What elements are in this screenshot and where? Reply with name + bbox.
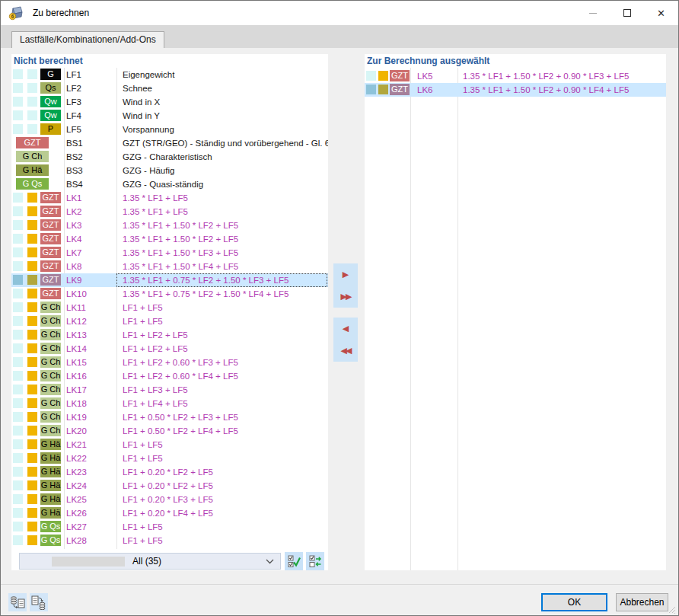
list-item-lk26[interactable]: G HäLK26LF1 + 0.20 * LF4 + LF5 xyxy=(11,506,328,520)
flag-square-cyan[interactable] xyxy=(13,275,23,285)
flag-square-cyan[interactable] xyxy=(13,453,23,463)
flag-square-cyan[interactable] xyxy=(13,467,23,477)
move-left-button[interactable]: ◀ xyxy=(333,318,358,340)
flag-square-yellow[interactable] xyxy=(27,426,37,436)
flag-square-cyan[interactable] xyxy=(13,535,23,545)
export-selection-button[interactable] xyxy=(30,593,48,611)
close-button[interactable]: ✕ xyxy=(644,1,678,25)
flag-square-yellow[interactable] xyxy=(27,193,37,203)
list-item-lk28[interactable]: G QsLK28LF1 + LF5 xyxy=(11,534,328,547)
invert-selection-button[interactable] xyxy=(306,552,324,570)
list-item-lk12[interactable]: G ChLK12LF1 + LF5 xyxy=(11,314,328,328)
flag-square-yellow[interactable] xyxy=(378,85,388,94)
flag-square-cyan[interactable] xyxy=(13,302,23,312)
move-all-right-button[interactable]: ▶▶ xyxy=(333,286,358,308)
flag-square-cyan[interactable] xyxy=(27,110,37,120)
list-item-lk24[interactable]: G HäLK24LF1 + 0.20 * LF2 + LF5 xyxy=(11,479,328,493)
flag-square-yellow[interactable] xyxy=(27,316,37,326)
flag-square-cyan[interactable] xyxy=(13,247,23,257)
flag-square-cyan[interactable] xyxy=(13,261,23,271)
flag-square-cyan[interactable] xyxy=(13,193,23,203)
flag-square-yellow[interactable] xyxy=(27,494,37,504)
list-item-lk10[interactable]: GZTLK101.35 * LF1 + 0.75 * LF2 + 1.50 * … xyxy=(11,287,328,301)
flag-square-cyan[interactable] xyxy=(27,124,37,134)
list-item-bs2[interactable]: G ChBS2GZG - Charakteristisch xyxy=(11,150,328,164)
list-item-lk15[interactable]: G ChLK15LF1 + LF2 + 0.60 * LF3 + LF5 xyxy=(11,356,328,369)
flag-square-cyan[interactable] xyxy=(13,385,23,394)
resize-grip[interactable] xyxy=(668,606,676,614)
list-item-lk27[interactable]: G QsLK27LF1 + LF5 xyxy=(11,520,328,534)
flag-square-yellow[interactable] xyxy=(27,398,37,408)
list-item-lk22[interactable]: G HäLK22LF1 + LF5 xyxy=(11,452,328,465)
flag-square-yellow[interactable] xyxy=(27,453,37,463)
list-item-lk9[interactable]: GZTLK91.35 * LF1 + 0.75 * LF2 + 1.50 * L… xyxy=(11,273,328,287)
flag-square-yellow[interactable] xyxy=(27,234,37,244)
flag-square-yellow[interactable] xyxy=(27,357,37,367)
list-item-lk3[interactable]: GZTLK31.35 * LF1 + 1.50 * LF2 + LF5 xyxy=(11,219,328,232)
list-item-bs4[interactable]: G QsBS4GZG - Quasi-ständig xyxy=(11,177,328,191)
list-item-lk17[interactable]: G ChLK17LF1 + LF3 + LF5 xyxy=(11,383,328,397)
flag-square-yellow[interactable] xyxy=(27,206,37,216)
flag-square-yellow[interactable] xyxy=(27,480,37,490)
cancel-button[interactable]: Abbrechen xyxy=(616,593,668,611)
flag-square-yellow[interactable] xyxy=(27,302,37,312)
flag-square-cyan[interactable] xyxy=(13,220,23,230)
flag-square-yellow[interactable] xyxy=(27,343,37,353)
flag-square-yellow[interactable] xyxy=(27,289,37,298)
move-right-button[interactable]: ▶ xyxy=(333,263,358,286)
flag-square-cyan[interactable] xyxy=(13,206,23,216)
list-item-lk6[interactable]: GZTLK61.35 * LF1 + 1.50 * LF2 + 0.90 * L… xyxy=(365,83,666,97)
flag-square-cyan[interactable] xyxy=(13,289,23,298)
flag-square-cyan[interactable] xyxy=(366,85,376,94)
flag-square-cyan[interactable] xyxy=(13,110,23,120)
list-item-lk14[interactable]: G ChLK14LF1 + LF2 + LF5 xyxy=(11,342,328,356)
flag-square-cyan[interactable] xyxy=(13,330,23,340)
flag-square-cyan[interactable] xyxy=(13,316,23,326)
flag-square-cyan[interactable] xyxy=(27,69,37,79)
list-item-lk5[interactable]: GZTLK51.35 * LF1 + 1.50 * LF2 + 0.90 * L… xyxy=(365,69,666,83)
move-all-left-button[interactable]: ◀◀ xyxy=(333,340,358,362)
flag-square-cyan[interactable] xyxy=(13,371,23,381)
flag-square-cyan[interactable] xyxy=(13,426,23,436)
minimize-button[interactable] xyxy=(575,1,610,25)
flag-square-cyan[interactable] xyxy=(13,343,23,353)
list-item-lk11[interactable]: G ChLK11LF1 + LF5 xyxy=(11,301,328,314)
flag-square-yellow[interactable] xyxy=(27,371,37,381)
flag-square-cyan[interactable] xyxy=(13,124,23,134)
flag-square-yellow[interactable] xyxy=(27,385,37,394)
flag-square-yellow[interactable] xyxy=(27,522,37,531)
flag-square-cyan[interactable] xyxy=(13,69,23,79)
flag-square-cyan[interactable] xyxy=(13,439,23,449)
list-item-lk1[interactable]: GZTLK11.35 * LF1 + LF5 xyxy=(11,191,328,205)
list-item-lk19[interactable]: G ChLK19LF1 + 0.50 * LF2 + LF3 + LF5 xyxy=(11,410,328,424)
list-item-lk23[interactable]: G HäLK23LF1 + 0.20 * LF2 + LF5 xyxy=(11,465,328,479)
flag-square-yellow[interactable] xyxy=(27,508,37,518)
flag-square-cyan[interactable] xyxy=(27,97,37,107)
flag-square-cyan[interactable] xyxy=(13,480,23,490)
flag-square-yellow[interactable] xyxy=(378,71,388,81)
list-item-lk16[interactable]: G ChLK16LF1 + LF2 + 0.60 * LF4 + LF5 xyxy=(11,369,328,383)
list-item-lk7[interactable]: GZTLK71.35 * LF1 + 1.50 * LF3 + LF5 xyxy=(11,246,328,260)
list-item-lk21[interactable]: G HäLK21LF1 + LF5 xyxy=(11,438,328,452)
flag-square-cyan[interactable] xyxy=(13,357,23,367)
tab-lastfaelle-kombinationen-addons[interactable]: Lastfälle/Kombinationen/Add-Ons xyxy=(11,31,164,48)
list-item-lf4[interactable]: QwLF4Wind in Y xyxy=(11,109,328,123)
list-item-lk13[interactable]: G ChLK13LF1 + LF2 + LF5 xyxy=(11,328,328,342)
list-item-lk4[interactable]: GZTLK41.35 * LF1 + 1.50 * LF2 + LF5 xyxy=(11,232,328,246)
select-all-button[interactable] xyxy=(285,552,303,570)
flag-square-cyan[interactable] xyxy=(366,71,376,81)
import-selection-button[interactable] xyxy=(8,593,27,611)
list-item-bs3[interactable]: G HäBS3GZG - Häufig xyxy=(11,164,328,177)
flag-square-yellow[interactable] xyxy=(27,247,37,257)
flag-square-yellow[interactable] xyxy=(27,439,37,449)
flag-square-cyan[interactable] xyxy=(13,494,23,504)
flag-square-cyan[interactable] xyxy=(13,398,23,408)
flag-square-yellow[interactable] xyxy=(27,467,37,477)
flag-square-cyan[interactable] xyxy=(27,83,37,93)
flag-square-cyan[interactable] xyxy=(13,83,23,93)
flag-square-yellow[interactable] xyxy=(27,220,37,230)
list-item-lf3[interactable]: QwLF3Wind in X xyxy=(11,95,328,109)
flag-square-cyan[interactable] xyxy=(13,508,23,518)
list-item-lk2[interactable]: GZTLK21.35 * LF1 + LF5 xyxy=(11,205,328,219)
list-item-lk8[interactable]: GZTLK81.35 * LF1 + 1.50 * LF4 + LF5 xyxy=(11,260,328,273)
